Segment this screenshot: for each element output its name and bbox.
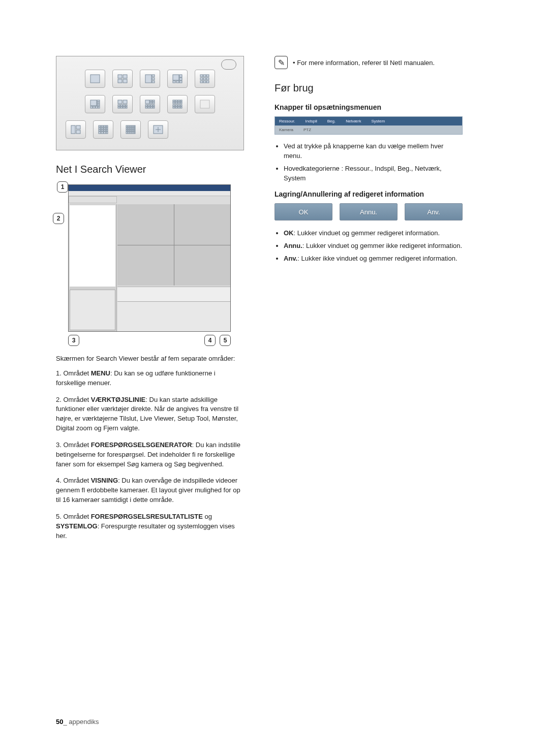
svg-rect-37 — [126, 105, 127, 106]
svg-rect-69 — [178, 107, 180, 108]
svg-rect-42 — [145, 100, 149, 104]
bullet-annu: Annu.: Lukker vinduet og gemmer ikke red… — [284, 241, 463, 251]
svg-rect-15 — [200, 75, 203, 77]
svg-rect-79 — [99, 128, 101, 129]
svg-rect-53 — [150, 107, 152, 108]
list-item-4: 4. Området VISNING: Du kan overvåge de i… — [56, 476, 244, 505]
svg-rect-52 — [148, 107, 150, 108]
layout-2x2-icon — [112, 70, 133, 88]
callout-5: 5 — [220, 335, 231, 346]
svg-rect-32 — [118, 100, 122, 104]
bullet-ok: OK: Lukker vinduet og gemmer redigeret i… — [284, 229, 463, 238]
svg-rect-12 — [173, 81, 175, 83]
svg-rect-18 — [200, 78, 203, 80]
svg-rect-56 — [175, 100, 177, 102]
layout-5b-icon — [93, 120, 113, 139]
note-text: For mere information, referer til NetI m… — [297, 59, 435, 67]
layout-5a-icon — [66, 120, 86, 139]
svg-rect-30 — [96, 106, 98, 108]
annu-button[interactable]: Annu. — [340, 203, 398, 220]
callout-4: 4 — [204, 335, 216, 346]
svg-rect-17 — [206, 75, 209, 77]
ok-button[interactable]: OK — [274, 203, 332, 220]
svg-rect-68 — [175, 107, 177, 108]
svg-rect-46 — [152, 102, 155, 104]
svg-rect-109 — [132, 132, 134, 134]
svg-rect-82 — [106, 128, 108, 129]
svg-rect-64 — [175, 105, 177, 106]
svg-rect-61 — [178, 102, 180, 104]
svg-rect-2 — [123, 75, 127, 78]
svg-rect-16 — [203, 75, 206, 77]
svg-rect-4 — [123, 79, 127, 83]
svg-rect-36 — [123, 105, 125, 106]
svg-rect-41 — [126, 107, 127, 108]
list-item-2: 2. Området VÆRKTØJSLINIE: Du kan starte … — [56, 395, 244, 433]
svg-rect-21 — [200, 81, 203, 83]
layout-4x4-icon — [167, 95, 188, 113]
svg-rect-95 — [134, 125, 135, 127]
list-item-5: 5. Området FORESPØRGSELSRESULTATLISTE og… — [56, 512, 244, 541]
svg-rect-31 — [98, 106, 100, 108]
svg-rect-19 — [203, 78, 206, 80]
svg-rect-39 — [120, 107, 123, 108]
svg-rect-87 — [99, 132, 101, 134]
svg-rect-44 — [152, 100, 155, 102]
svg-rect-50 — [153, 105, 155, 106]
svg-rect-88 — [101, 132, 103, 134]
svg-rect-107 — [128, 132, 130, 134]
svg-rect-62 — [180, 102, 182, 104]
heading-setup-buttons: Knapper til opsætningsmenuen — [274, 103, 463, 111]
layout-blank-icon — [195, 95, 215, 113]
svg-rect-33 — [123, 100, 127, 104]
layout-1plus3-icon — [140, 70, 160, 88]
svg-rect-108 — [130, 132, 132, 134]
svg-rect-45 — [150, 102, 152, 104]
svg-rect-91 — [126, 125, 128, 127]
svg-rect-5 — [145, 75, 151, 83]
layout-2plus8-icon — [112, 95, 133, 113]
svg-rect-40 — [123, 107, 125, 108]
svg-rect-47 — [145, 105, 147, 106]
svg-rect-48 — [148, 105, 150, 106]
corner-badge — [221, 59, 236, 70]
svg-rect-25 — [97, 100, 100, 102]
svg-rect-105 — [134, 130, 135, 131]
svg-rect-85 — [104, 130, 106, 131]
svg-rect-89 — [104, 132, 106, 134]
svg-rect-49 — [150, 105, 152, 106]
anv-button[interactable]: Anv. — [405, 203, 463, 220]
svg-rect-34 — [118, 105, 120, 106]
svg-rect-98 — [130, 128, 132, 129]
svg-rect-83 — [99, 130, 101, 131]
callout-2: 2 — [53, 213, 64, 224]
svg-rect-86 — [106, 130, 108, 131]
svg-rect-27 — [97, 104, 100, 106]
svg-rect-54 — [153, 107, 155, 108]
svg-rect-77 — [104, 125, 106, 127]
svg-rect-20 — [206, 78, 209, 80]
svg-rect-80 — [101, 128, 103, 129]
svg-rect-106 — [126, 132, 128, 134]
callout-1: 1 — [57, 181, 68, 193]
svg-rect-26 — [97, 102, 100, 104]
list-item-1: 1. Området MENU: Du kan se og udføre fun… — [56, 369, 244, 388]
svg-rect-57 — [178, 100, 180, 102]
svg-rect-24 — [90, 100, 97, 106]
setup-menu-strip: Ressour. Indspil Beg. Netværk System Kam… — [274, 116, 463, 135]
svg-rect-38 — [118, 107, 120, 108]
svg-rect-73 — [76, 125, 80, 129]
list-item-3: 3. Området FORESPØRGSELSGENERATOR: Du ka… — [56, 440, 244, 469]
layout-1plus12-icon — [140, 95, 160, 113]
svg-rect-10 — [179, 75, 182, 77]
svg-rect-11 — [179, 78, 182, 80]
intro-text: Skærmen for Search Viewer består af fem … — [56, 354, 244, 364]
svg-rect-43 — [150, 100, 152, 102]
svg-rect-103 — [130, 130, 132, 131]
section-title-search-viewer: Net I Search Viewer — [56, 164, 244, 175]
svg-rect-3 — [118, 79, 122, 83]
svg-rect-94 — [132, 125, 134, 127]
svg-rect-22 — [203, 81, 206, 83]
svg-rect-55 — [173, 100, 175, 102]
svg-rect-71 — [200, 100, 209, 108]
